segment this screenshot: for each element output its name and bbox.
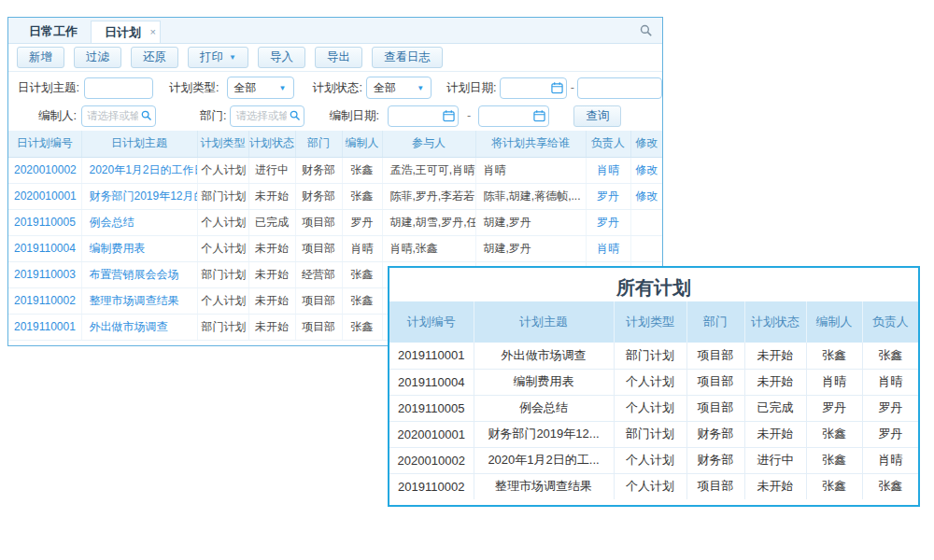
dept-input[interactable] — [230, 105, 304, 127]
modify-link[interactable]: 修改 — [630, 183, 662, 209]
plan-subject-cell: 整理市场调查结果 — [474, 473, 614, 499]
owner-link[interactable]: 肖晴 — [586, 157, 630, 183]
column-header[interactable]: 参与人 — [382, 131, 475, 157]
plan-id-link[interactable]: 2019110002 — [8, 287, 81, 314]
close-icon[interactable]: × — [150, 21, 156, 43]
plan-status-cell: 已完成 — [248, 209, 295, 235]
plan-date-from-input[interactable] — [500, 77, 567, 99]
plan-date-to-input[interactable] — [577, 77, 662, 99]
view-log-button[interactable]: 查看日志 — [372, 47, 443, 68]
import-button[interactable]: 导入 — [258, 47, 305, 68]
tab-daily-plan[interactable]: 日计划 × — [91, 21, 161, 43]
plan-status-cell: 未开始 — [744, 473, 806, 499]
all-plans-grid: 计划编号计划主题计划类型部门计划状态编制人负责人2019110001外出做市场调… — [389, 301, 918, 499]
plan-subject-link[interactable]: 整理市场调查结果 — [81, 287, 197, 314]
modify-link[interactable]: 修改 — [630, 157, 662, 183]
column-header[interactable]: 负责人 — [586, 131, 630, 157]
owner-link[interactable]: 罗丹 — [586, 209, 630, 235]
plan-status-cell: 进行中 — [744, 447, 806, 473]
plan-id-link[interactable]: 2020010001 — [8, 183, 81, 209]
plan-id-cell: 2019110004 — [389, 369, 474, 395]
column-header[interactable]: 日计划主题 — [81, 131, 197, 157]
creator-input[interactable] — [81, 105, 156, 127]
plan-row: 2019110001外出做市场调查部门计划项目部未开始张鑫张鑫 — [389, 343, 918, 369]
plan-type-cell: 个人计划 — [614, 447, 686, 473]
plan-subject-link[interactable]: 2020年1月2日的工作日... — [81, 157, 197, 183]
plan-type-cell: 个人计划 — [197, 287, 248, 314]
plan-id-link[interactable]: 2019110004 — [8, 235, 81, 261]
plan-status-cell: 未开始 — [744, 421, 806, 447]
plan-subject-cell: 2020年1月2日的工... — [474, 447, 614, 473]
plan-subject-link[interactable]: 财务部门2019年12月的... — [81, 183, 197, 209]
column-header[interactable]: 修改 — [630, 131, 662, 157]
column-header[interactable]: 日计划编号 — [8, 131, 81, 157]
plan-row: 2019110005例会总结个人计划项目部已完成罗丹罗丹 — [389, 395, 918, 421]
plan-type-cell: 部门计划 — [197, 314, 248, 340]
creator-cell: 肖晴 — [806, 369, 862, 395]
plan-subject-link[interactable]: 布置营销展会会场 — [81, 261, 197, 287]
plan-status-cell: 已完成 — [744, 395, 806, 421]
plan-id-link[interactable]: 2020010002 — [8, 157, 81, 183]
plan-subject-link[interactable]: 例会总结 — [81, 209, 197, 235]
dept-cell: 财务部 — [686, 421, 744, 447]
creator-cell: 张鑫 — [806, 447, 862, 473]
plan-subject-link[interactable]: 编制费用表 — [81, 235, 197, 261]
plan-status-cell: 未开始 — [248, 314, 295, 340]
owner-link[interactable]: 肖晴 — [586, 235, 630, 261]
filter-row-1: 日计划主题: 计划类型: 全部 ▼ 计划状态: 全部 ▼ 计划日期: — [8, 74, 662, 102]
dept-cell: 项目部 — [295, 314, 342, 340]
table-row[interactable]: 20200100022020年1月2日的工作日...个人计划进行中财务部张鑫孟浩… — [8, 157, 662, 183]
overlay-title: 所有计划 — [389, 268, 918, 301]
create-date-label: 编制日期: — [329, 108, 378, 124]
plan-status-value: 全部 — [374, 80, 396, 96]
shared-with-cell: 陈菲,胡建,蒋德帧,... — [475, 183, 586, 209]
column-header: 部门 — [686, 301, 744, 343]
column-header: 计划状态 — [744, 301, 806, 343]
column-header[interactable]: 计划类型 — [197, 131, 248, 157]
plan-id-cell: 2019110005 — [389, 395, 474, 421]
restore-button[interactable]: 还原 — [131, 47, 178, 68]
owner-cell: 罗丹 — [862, 421, 918, 447]
plan-id-link[interactable]: 2019110003 — [8, 261, 81, 287]
plan-id-cell: 2020010002 — [389, 447, 474, 473]
creator-cell: 罗丹 — [806, 395, 862, 421]
plan-type-cell: 部门计划 — [197, 183, 248, 209]
create-date-to-input[interactable] — [478, 105, 549, 127]
table-row[interactable]: 2019110005例会总结个人计划已完成项目部罗丹胡建,胡雪,罗丹,任晓...… — [8, 209, 662, 235]
subject-input[interactable] — [84, 77, 153, 99]
add-button[interactable]: 新增 — [17, 47, 64, 68]
search-icon[interactable] — [640, 24, 653, 37]
tab-daily-work-label: 日常工作 — [29, 24, 78, 38]
plan-id-link[interactable]: 2019110001 — [8, 314, 81, 340]
print-button[interactable]: 打印▼ — [188, 47, 248, 68]
plan-subject-link[interactable]: 外出做市场调查 — [81, 314, 197, 340]
tab-daily-work[interactable]: 日常工作 — [16, 21, 91, 43]
dept-cell: 项目部 — [295, 209, 342, 235]
create-date-from-input[interactable] — [388, 105, 459, 127]
table-row[interactable]: 2020010001财务部门2019年12月的...部门计划未开始财务部张鑫陈菲… — [8, 183, 662, 209]
filter-button[interactable]: 过滤 — [74, 47, 121, 68]
plan-id-cell: 2019110002 — [389, 473, 474, 499]
column-header[interactable]: 将计划共享给谁 — [475, 131, 586, 157]
shared-with-cell: 胡建,罗丹 — [475, 235, 586, 261]
column-header[interactable]: 计划状态 — [248, 131, 295, 157]
creator-cell: 张鑫 — [806, 343, 862, 369]
table-row[interactable]: 2019110004编制费用表个人计划未开始项目部肖晴肖晴,张鑫胡建,罗丹肖晴 — [8, 235, 662, 261]
dept-cell: 财务部 — [295, 157, 342, 183]
dept-label: 部门: — [200, 108, 226, 124]
export-button[interactable]: 导出 — [315, 47, 362, 68]
column-header[interactable]: 部门 — [295, 131, 342, 157]
query-button[interactable]: 查询 — [573, 105, 621, 127]
plan-row: 2020010001财务部门2019年12...部门计划财务部未开始张鑫罗丹 — [389, 421, 918, 447]
filter-area: 日计划主题: 计划类型: 全部 ▼ 计划状态: 全部 ▼ 计划日期: — [8, 72, 662, 131]
creator-cell: 张鑫 — [342, 314, 382, 340]
plan-status-select[interactable]: 全部 ▼ — [366, 77, 432, 99]
plan-id-link[interactable]: 2019110005 — [8, 209, 81, 235]
owner-link[interactable]: 罗丹 — [586, 183, 630, 209]
dept-cell: 项目部 — [686, 473, 744, 499]
plan-status-cell: 进行中 — [248, 157, 295, 183]
plan-type-select[interactable]: 全部 ▼ — [227, 77, 294, 99]
owner-cell: 罗丹 — [862, 395, 918, 421]
plan-status-label: 计划状态: — [313, 80, 362, 96]
column-header[interactable]: 编制人 — [342, 131, 382, 157]
